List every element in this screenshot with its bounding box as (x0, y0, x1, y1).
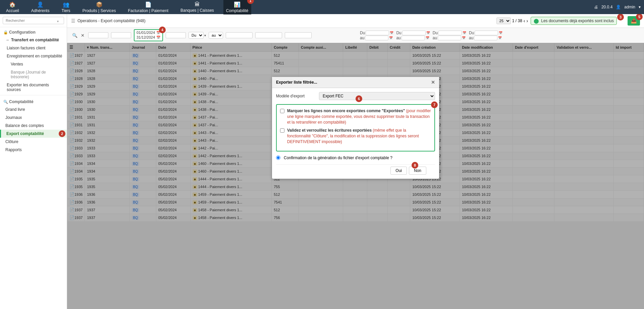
filter-input-compte-aux[interactable] (255, 32, 282, 38)
filter-date-modif-au-input[interactable] (401, 36, 425, 40)
filter-date-valid-au-input[interactable] (474, 36, 497, 40)
badge-6: 6 (356, 95, 362, 102)
filter-input-piece[interactable] (166, 32, 186, 38)
modal-model-select[interactable]: Export FEC (319, 92, 435, 100)
nav-badge-1: 1 (247, 0, 254, 4)
modal-header: Exporter liste filtrée... ✕ (272, 77, 439, 88)
nav-facturation[interactable]: 📄 Facturation | Paiement (125, 0, 171, 14)
banques-icon: 🏛 (195, 1, 200, 7)
modal-validate-checkbox[interactable] (280, 128, 284, 133)
print-icon[interactable]: 🖨 (594, 5, 598, 9)
content-header: ☰ Operations - Export comptabilité (948)… (67, 14, 644, 28)
modal-oui-button[interactable]: Oui (390, 167, 407, 175)
modal-non-button[interactable]: Non (409, 167, 426, 175)
sidebar-item-exporter[interactable]: Exporter les documents sources (0, 81, 67, 94)
sidebar-item-liaison[interactable]: Liaison factures client (0, 44, 67, 52)
sidebar-item-grand-livre[interactable]: Grand livre (0, 105, 67, 114)
filter-date-export: Du 📅 au 📅 (433, 31, 466, 40)
pagination-current: 1 / 38 (512, 18, 522, 23)
facturation-icon: 📄 (145, 1, 152, 8)
table-container: ☰ ▾ Num. trans... Journal Date Pièce Com… (67, 43, 644, 309)
nav-produits[interactable]: 📦 Produits | Services (80, 0, 119, 14)
user-dropdown[interactable]: ▾ (639, 5, 641, 9)
section-title-comptabilite: 🔍 Comptabilité (0, 97, 67, 105)
export-action-button[interactable]: 📤 5 (628, 16, 640, 26)
sidebar-item-journaux[interactable]: Journaux (0, 114, 67, 122)
sidebar-item-balance[interactable]: Balance des comptes (0, 122, 67, 130)
filter-clear-icon[interactable]: ✕ (80, 33, 86, 38)
modal-confirm-radio[interactable] (276, 156, 280, 160)
filter-date-creation-du-input[interactable] (366, 31, 389, 35)
nav-right: 🖨 20.0.4 👤 admin ▾ (594, 5, 641, 9)
badge-3: 3 (617, 14, 624, 20)
nav-adherents[interactable]: 👤 Adhérents (29, 0, 52, 14)
modal-body: Modèle d'export Export FEC Marquer les l… (272, 88, 439, 179)
date-to-row: 31/12/2024 📅 (137, 35, 160, 39)
filter-input-compte[interactable] (226, 32, 253, 38)
date-from-row: 01/01/2024 📅 (137, 31, 160, 35)
sidebar-search-container: ▾ (0, 14, 67, 27)
badge-7: 7 (431, 101, 438, 108)
filter-du-arrow: ▾ (204, 34, 206, 37)
nav-tiers[interactable]: 👥 Tiers (59, 0, 73, 14)
modal-overlay: Exporter liste filtrée... ✕ Modèle d'exp… (67, 43, 644, 309)
home-icon: 🏠 (9, 1, 16, 8)
filter-date-export-au-input[interactable] (438, 36, 461, 40)
pagination-prev[interactable]: ‹ (524, 18, 525, 24)
adherents-icon: 👤 (37, 1, 44, 8)
sidebar-item-banque[interactable]: Banque (Journal de trésorerie) (0, 68, 67, 81)
exported-toggle[interactable]: ⬤ Les documents déjà exportés sont inclu… (531, 17, 617, 25)
filter-date-validation: Du 📅 au 📅 (469, 31, 502, 40)
filter-input-libelle[interactable] (285, 32, 312, 38)
filter-date-valid-du-input[interactable] (475, 31, 498, 35)
sidebar-item-ventes[interactable]: Ventes (0, 60, 67, 68)
filter-date-export-du-input[interactable] (438, 31, 462, 35)
tiers-icon: 👥 (63, 1, 69, 8)
modal-mark-row: Marquer les lignes non encore exportées … (280, 108, 431, 125)
pagination-next[interactable]: › (527, 18, 528, 24)
nav-accueil[interactable]: 🏠 Accueil (3, 0, 22, 14)
search-input[interactable] (3, 17, 64, 24)
filter-au-select[interactable]: au (209, 32, 223, 39)
modal-footer: Oui Non 8 (276, 164, 435, 175)
badge-5: 5 (636, 14, 643, 20)
date-to-value: 31/12/2024 (137, 35, 155, 39)
pagination: 25 1 / 38 ‹ › (496, 17, 528, 24)
user-label: admin (624, 5, 635, 9)
cal-icon-8: 📅 (498, 36, 502, 40)
page-title: ☰ Operations - Export comptabilité (948) (71, 18, 146, 24)
sidebar-item-export[interactable]: Export comptabilité 2 (0, 130, 67, 138)
date-to-calendar-icon[interactable]: 📅 (156, 36, 160, 39)
filter-input-journal[interactable] (111, 32, 131, 38)
page-size-select[interactable]: 25 (496, 17, 511, 24)
nav-banques[interactable]: 🏛 Banques | Caisses (178, 0, 217, 14)
filter-au-dropdown[interactable]: au (209, 32, 223, 39)
version-label: 20.0.4 (601, 5, 612, 9)
filter-du-select[interactable]: Du ▾ (189, 32, 206, 39)
nav-comptabilite[interactable]: 📊 Comptabilité 1 (223, 0, 251, 14)
cal-icon-3: 📅 (426, 31, 430, 35)
filter-date-modif-du-input[interactable] (402, 31, 426, 35)
sidebar-item-cloture[interactable]: Clôture (0, 138, 67, 146)
filter-du-dropdown[interactable]: Du (189, 32, 204, 39)
filter-input-num[interactable] (88, 32, 108, 38)
sidebar-item-transfert[interactable]: → Transfert en comptabilité (0, 36, 67, 44)
search-dropdown-icon[interactable]: ▾ (57, 19, 59, 23)
cal-icon-4: 📅 (426, 36, 429, 40)
modal-mark-checkbox[interactable] (280, 109, 284, 113)
arrow-icon: → (5, 38, 9, 42)
sidebar-item-rapports[interactable]: Rapports (0, 146, 67, 154)
filter-date-creation-du: Du 📅 (360, 31, 393, 35)
operations-icon: ☰ (71, 18, 75, 24)
cal-icon-1: 📅 (390, 31, 393, 35)
filter-search-icon[interactable]: 🔍 (71, 33, 78, 38)
filter-date-creation-au-input[interactable] (365, 36, 388, 40)
sidebar-item-enregistrement[interactable]: Enregistrement en comptabilité (0, 52, 67, 60)
header-right: 25 1 / 38 ‹ › ⬤ Les documents déjà expor… (496, 16, 640, 26)
modal-model-label: Modèle d'export (276, 94, 316, 98)
sidebar-badge-2: 2 (59, 130, 65, 137)
date-from-value: 01/01/2024 (137, 31, 155, 35)
modal-confirm-row: Confirmation de la génération du fichier… (276, 156, 435, 160)
modal-close-button[interactable]: ✕ (431, 80, 435, 85)
top-navigation: 🏠 Accueil 👤 Adhérents 👥 Tiers 📦 Produits… (0, 0, 644, 14)
